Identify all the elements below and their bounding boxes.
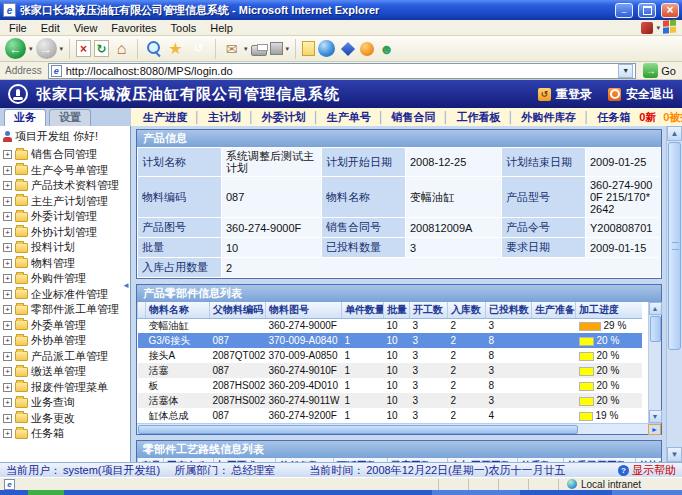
sidebar-item-18[interactable]: +任务箱 <box>3 426 130 442</box>
expand-icon[interactable]: + <box>3 383 12 392</box>
column-header[interactable]: 单件数量 <box>342 302 384 318</box>
column-header[interactable]: 生产准备 <box>532 302 576 318</box>
column-header[interactable]: 可派工数 <box>334 458 388 462</box>
parts-vertical-scrollbar[interactable]: ▲ ▼ <box>648 302 661 423</box>
column-header[interactable]: 外协数 <box>636 458 662 462</box>
column-header[interactable]: 父物料编码 <box>210 302 266 318</box>
go-button[interactable]: → Go <box>639 63 680 78</box>
chevron-down-icon[interactable]: ▾ <box>29 45 33 53</box>
column-header[interactable]: 外委已开工数 <box>564 458 636 462</box>
sidebar-item-3[interactable]: +主生产计划管理 <box>3 194 130 210</box>
menu-tools[interactable]: Tools <box>164 22 204 34</box>
expand-icon[interactable]: + <box>3 212 12 221</box>
expand-icon[interactable]: + <box>3 398 12 407</box>
menu-edit[interactable]: Edit <box>34 22 67 34</box>
search-icon[interactable] <box>144 39 163 58</box>
page-vertical-scrollbar[interactable]: ▲ ▼ <box>666 126 682 462</box>
address-dropdown-icon[interactable]: ▼ <box>618 64 633 78</box>
forward-icon[interactable] <box>36 38 57 59</box>
column-header[interactable]: 已完工数 <box>388 458 448 462</box>
expand-icon[interactable]: + <box>3 181 12 190</box>
table-row[interactable]: 活塞体2087HS002360-274-9011W11032320 % <box>138 393 642 408</box>
menu-favorites[interactable]: Favorites <box>104 22 163 34</box>
expand-icon[interactable]: + <box>3 414 12 423</box>
sidebar-collapse-icon[interactable]: ◄ <box>122 281 130 290</box>
hscroll-thumb[interactable] <box>138 425 578 434</box>
chevron-down-icon[interactable]: ▾ <box>656 24 660 32</box>
expand-icon[interactable]: + <box>3 352 12 361</box>
taskbar[interactable] <box>0 490 682 495</box>
expand-icon[interactable]: + <box>3 243 12 252</box>
nav-item-5[interactable]: 工作看板 <box>456 110 500 125</box>
nav-item-7[interactable]: 任务箱 <box>597 110 630 125</box>
expand-icon[interactable]: + <box>3 150 12 159</box>
brand-icon[interactable] <box>641 22 653 34</box>
taskbar-button[interactable] <box>432 490 520 495</box>
parts-horizontal-scrollbar[interactable]: ► <box>137 423 661 434</box>
scroll-right-icon[interactable]: ► <box>648 424 661 435</box>
sidebar-item-0[interactable]: +销售合同管理 <box>3 147 130 163</box>
sidebar-item-5[interactable]: +外协计划管理 <box>3 225 130 241</box>
scroll-thumb[interactable] <box>650 316 661 342</box>
maximize-button[interactable] <box>638 3 656 18</box>
nav-item-2[interactable]: 外委计划 <box>262 110 306 125</box>
sidebar-item-7[interactable]: +物料管理 <box>3 256 130 272</box>
column-header[interactable]: 总任务数 <box>276 458 334 462</box>
start-button[interactable] <box>28 490 64 495</box>
sidebar-item-14[interactable]: +缴送单管理 <box>3 364 130 380</box>
column-header[interactable]: 外委数 <box>518 458 564 462</box>
table-row[interactable]: 变幅油缸360-274-9000F1032329 % <box>138 318 642 333</box>
expand-icon[interactable]: + <box>3 336 12 345</box>
stop-icon[interactable] <box>76 40 91 57</box>
sidebar-item-6[interactable]: +投料计划 <box>3 240 130 256</box>
favorites-icon[interactable] <box>166 39 185 58</box>
expand-icon[interactable]: + <box>3 321 12 330</box>
sidebar-item-17[interactable]: +业务更改 <box>3 411 130 427</box>
edit-icon[interactable] <box>270 42 283 55</box>
tab-settings[interactable]: 设置 <box>49 109 91 126</box>
sidebar-item-1[interactable]: +生产令号单管理 <box>3 163 130 179</box>
table-row[interactable]: 接头A2087QT002370-009-A085011032820 % <box>138 348 642 363</box>
expand-icon[interactable]: + <box>3 228 12 237</box>
logout-button[interactable]: 安全退出 <box>608 86 674 103</box>
scroll-up-icon[interactable]: ▲ <box>649 302 662 315</box>
scroll-down-icon[interactable]: ▼ <box>649 410 662 423</box>
expand-icon[interactable]: + <box>3 367 12 376</box>
sidebar-item-12[interactable]: +外协单管理 <box>3 333 130 349</box>
home-icon[interactable] <box>112 39 131 58</box>
page-scroll-up-icon[interactable]: ▲ <box>667 126 682 141</box>
expand-icon[interactable]: + <box>3 290 12 299</box>
column-header[interactable]: 物料图号 <box>266 302 342 318</box>
column-header[interactable]: 开工数 <box>410 302 448 318</box>
messenger-icon[interactable] <box>377 39 396 58</box>
nav-item-6[interactable]: 外购件库存 <box>521 110 576 125</box>
sidebar-item-9[interactable]: +企业标准件管理 <box>3 287 130 303</box>
mail-icon[interactable] <box>222 39 241 58</box>
chevron-down-icon[interactable]: ▾ <box>244 45 248 53</box>
relogin-button[interactable]: 重登录 <box>538 86 592 103</box>
bug-icon[interactable] <box>360 42 374 56</box>
nav-item-4[interactable]: 销售合同 <box>392 110 436 125</box>
expand-icon[interactable]: + <box>3 429 12 438</box>
angle-icon[interactable] <box>338 39 357 58</box>
column-header[interactable]: 已投料数 <box>486 302 532 318</box>
sidebar-item-2[interactable]: +产品技术资料管理 <box>3 178 130 194</box>
nav-item-1[interactable]: 主计划 <box>208 110 241 125</box>
expand-icon[interactable]: + <box>3 197 12 206</box>
close-button[interactable] <box>661 3 679 18</box>
tab-business[interactable]: 业务 <box>4 109 46 126</box>
sidebar-item-10[interactable]: +零部件派工单管理 <box>3 302 130 318</box>
print-icon[interactable] <box>251 45 267 56</box>
page-scroll-thumb[interactable] <box>668 142 681 350</box>
menu-help[interactable]: Help <box>203 22 240 34</box>
note-icon[interactable] <box>302 41 315 56</box>
menu-view[interactable]: View <box>67 22 105 34</box>
table-row[interactable]: G3/6接头087370-009-A084011032820 % <box>138 333 642 348</box>
column-header[interactable]: 序号 <box>138 458 164 462</box>
back-icon[interactable] <box>5 38 26 59</box>
column-header[interactable]: 自加工开工数 <box>448 458 518 462</box>
column-header[interactable]: 加工要求 <box>214 458 276 462</box>
table-row[interactable]: 活塞087360-274-9010F11032320 % <box>138 363 642 378</box>
nav-item-0[interactable]: 生产进度 <box>143 110 187 125</box>
sidebar-item-16[interactable]: +业务查询 <box>3 395 130 411</box>
